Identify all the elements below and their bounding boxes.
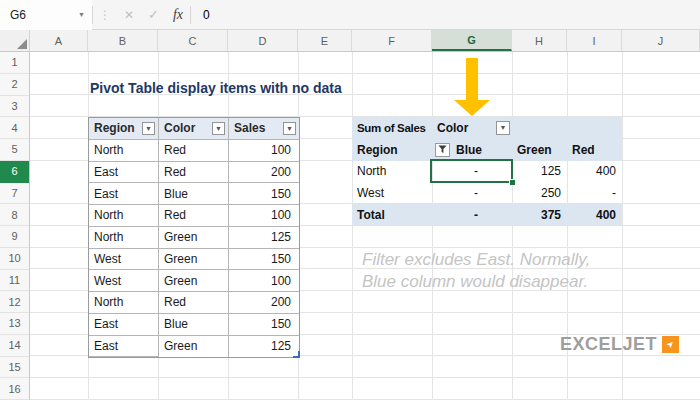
row-header-9[interactable]: 9 [0,226,29,248]
cell[interactable]: West [352,182,432,204]
row-header-15[interactable]: 15 [0,357,29,379]
row-header-1[interactable]: 1 [0,52,29,74]
insert-function-icon[interactable]: fx [166,7,190,23]
row-header-7[interactable]: 7 [0,183,29,205]
row-header-12[interactable]: 12 [0,291,29,313]
cell[interactable]: Red [159,205,229,227]
row-header-14[interactable]: 14 [0,335,29,357]
cell[interactable] [512,117,567,139]
table-header-region[interactable]: Region ▼ [89,118,159,140]
cell[interactable]: - [432,204,512,226]
cell[interactable]: - [567,182,622,204]
column-header-a[interactable]: A [30,30,88,51]
cell[interactable]: Blue [159,183,229,205]
pivot-column-item-green[interactable]: Green [512,139,567,161]
cell[interactable]: 400 [567,204,622,226]
pivot-field-dropdown-icon[interactable]: ▼ [496,121,510,135]
column-header-g[interactable]: G [432,30,512,51]
cell[interactable]: Red [159,162,229,184]
table-header-sales[interactable]: Sales ▼ [229,118,299,140]
cell[interactable]: 125 [229,227,299,249]
cell[interactable]: Red [159,140,229,162]
annotation: Filter excludes East. Normally, Blue col… [362,249,590,293]
cell[interactable]: 150 [229,183,299,205]
cell[interactable]: North [89,205,159,227]
column-header-h[interactable]: H [512,30,567,51]
row-header-5[interactable]: 5 [0,139,29,161]
row-header-6[interactable]: 6 [0,161,29,183]
cell-g6[interactable]: - [432,161,512,183]
cell[interactable]: Blue [159,314,229,336]
cell[interactable]: 375 [512,204,567,226]
cell[interactable]: Total [352,204,432,226]
column-header-j[interactable]: J [622,30,700,51]
callout-arrow-shaft [466,58,478,102]
enter-icon[interactable]: ✓ [141,7,166,22]
column-header-i[interactable]: I [567,30,622,51]
filter-dropdown-icon[interactable]: ▼ [142,122,155,135]
row-header-4[interactable]: 4 [0,117,29,139]
cell[interactable]: Green [159,336,229,358]
pivot-column-field-label: Color [437,121,468,135]
column-header-e[interactable]: E [298,30,352,51]
cell[interactable]: 100 [229,140,299,162]
column-header-c[interactable]: C [158,30,228,51]
name-box-value: G6 [10,8,26,22]
cell[interactable]: Green [159,227,229,249]
column-header-d[interactable]: D [228,30,298,51]
cell[interactable]: 150 [229,249,299,271]
cell[interactable]: 150 [229,314,299,336]
cell[interactable]: Green [159,270,229,292]
cell[interactable]: North [352,161,432,183]
cell[interactable]: West [89,270,159,292]
cell[interactable]: Green [159,249,229,271]
row-header-13[interactable]: 13 [0,313,29,335]
pivot-row-field-label: Region [357,143,398,157]
cell[interactable]: East [89,162,159,184]
pivot-column-item-red[interactable]: Red [567,139,622,161]
cancel-icon[interactable]: ✕ [117,8,141,22]
cell[interactable]: 125 [512,161,567,183]
table-header-color[interactable]: Color ▼ [159,118,229,140]
filter-dropdown-icon[interactable]: ▼ [212,122,225,135]
cell[interactable]: 200 [229,162,299,184]
cell[interactable]: 100 [229,205,299,227]
row-header-2[interactable]: 2 [0,74,29,96]
formula-input[interactable]: 0 [191,8,700,22]
name-box-dropdown-icon[interactable]: ▼ [78,11,85,18]
cell[interactable]: 200 [229,292,299,314]
fill-handle[interactable] [509,179,516,186]
cell[interactable]: North [89,227,159,249]
row-header-16[interactable]: 16 [0,378,29,400]
cell[interactable]: East [89,314,159,336]
select-all-corner[interactable] [0,30,30,51]
pivot-column-item-blue[interactable]: Blue [432,139,512,161]
row-header-3[interactable]: 3 [0,96,29,118]
cell[interactable]: North [89,292,159,314]
column-headers: A B C D E F G H I J [0,30,700,52]
row-header-11[interactable]: 11 [0,270,29,292]
pivot-row-field[interactable]: Region [352,139,432,161]
cell[interactable]: 100 [229,270,299,292]
cell[interactable]: West [89,249,159,271]
cell[interactable]: North [89,140,159,162]
filter-dropdown-icon[interactable]: ▼ [283,122,296,135]
cell[interactable]: - [432,182,512,204]
pivot-header-row: Sum of Sales Color ▼ [352,117,622,139]
cell[interactable] [567,117,622,139]
column-header-f[interactable]: F [352,30,432,51]
cell[interactable]: 125 [229,336,299,358]
row-header-8[interactable]: 8 [0,204,29,226]
cell[interactable]: 400 [567,161,622,183]
column-header-b[interactable]: B [88,30,158,51]
pivot-column-field[interactable]: Color ▼ [432,117,512,139]
select-all-triangle-icon [17,39,27,49]
cell[interactable]: East [89,183,159,205]
pivot-measure-label[interactable]: Sum of Sales [352,117,432,139]
cell[interactable]: Red [159,292,229,314]
formula-bar: G6 ▼ ⋮ ✕ ✓ fx 0 [0,0,700,30]
name-box[interactable]: G6 ▼ [0,0,92,30]
cell[interactable]: East [89,336,159,358]
cell[interactable]: 250 [512,182,567,204]
row-header-10[interactable]: 10 [0,248,29,270]
